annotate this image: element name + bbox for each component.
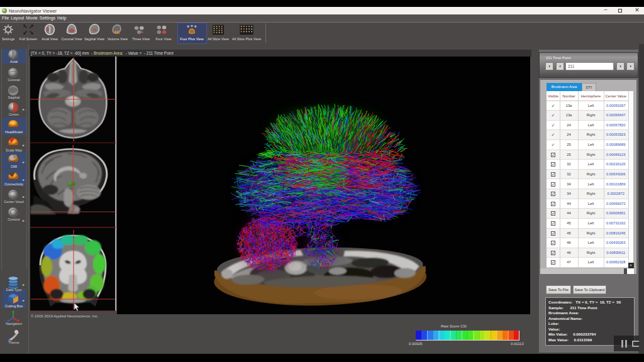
svg-text:Coronal: Coronal (8, 78, 19, 82)
svg-text:▸: ▸ (23, 143, 25, 147)
svg-text:Sagittal: Sagittal (8, 96, 19, 99)
svg-text:▸: ▸ (23, 178, 25, 182)
svg-text:▸: ▸ (23, 107, 25, 111)
svg-text:▸: ▸ (23, 195, 25, 199)
svg-text:▸: ▸ (23, 283, 25, 287)
svg-text:▸: ▸ (23, 219, 25, 222)
svg-text:Cutting Box: Cutting Box (5, 304, 23, 308)
svg-text:Scalp Map: Scalp Map (6, 148, 22, 152)
svg-text:▸: ▸ (23, 160, 25, 164)
svg-text:3D: 3D (114, 30, 120, 35)
svg-text:Navigation: Navigation (6, 322, 22, 326)
svg-text:Theme: Theme (8, 341, 19, 344)
svg-text:Connectivity: Connectivity (4, 182, 23, 186)
svg-text:Data Type: Data Type (6, 288, 22, 292)
svg-text:Contour: Contour (8, 217, 20, 221)
svg-text:▸: ▸ (23, 299, 25, 302)
svg-text:Center Voxel: Center Voxel (4, 200, 24, 204)
svg-text:Axial: Axial (10, 60, 18, 63)
svg-text:CMI: CMI (11, 165, 18, 168)
svg-text:Cortex: Cortex (9, 112, 19, 116)
svg-text:HeadModel: HeadModel (5, 130, 23, 134)
